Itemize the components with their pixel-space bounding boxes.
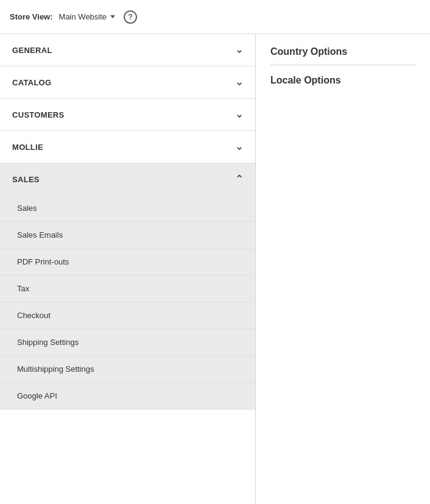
- sidebar-section-label-general: GENERAL: [12, 46, 52, 55]
- sidebar-subitems-sales: Sales Sales Emails PDF Print-outs Tax Ch…: [0, 195, 255, 409]
- sidebar-section-label-customers: CUSTOMERS: [12, 110, 65, 119]
- sidebar-section-general: GENERAL ⌄: [0, 34, 255, 66]
- country-options-title: Country Options: [270, 46, 415, 57]
- sidebar-section-header-catalog[interactable]: CATALOG ⌄: [0, 66, 255, 98]
- content-divider-1: [270, 65, 415, 65]
- chevron-down-icon: [110, 15, 115, 18]
- store-view-bar: Store View: Main Website ?: [0, 0, 430, 34]
- sidebar-item-sales-emails[interactable]: Sales Emails: [0, 222, 255, 249]
- sidebar-section-catalog: CATALOG ⌄: [0, 66, 255, 99]
- main-layout: GENERAL ⌄ CATALOG ⌄ CUSTOMERS ⌄ MOLLIE ⌄: [0, 34, 430, 504]
- sidebar-item-checkout[interactable]: Checkout: [0, 302, 255, 329]
- sidebar-section-label-catalog: CATALOG: [12, 78, 51, 87]
- sidebar-item-tax[interactable]: Tax: [0, 275, 255, 302]
- sidebar-section-label-mollie: MOLLIE: [12, 143, 43, 152]
- content-area: Country Options Locale Options: [256, 34, 430, 504]
- sidebar-section-header-general[interactable]: GENERAL ⌄: [0, 34, 255, 66]
- sidebar-section-mollie: MOLLIE ⌄: [0, 131, 255, 163]
- sidebar-section-customers: CUSTOMERS ⌄: [0, 99, 255, 131]
- sidebar-item-sales[interactable]: Sales: [0, 195, 255, 222]
- chevron-up-icon: ⌃: [235, 174, 243, 184]
- help-icon[interactable]: ?: [124, 10, 137, 24]
- sidebar-section-sales: SALES ⌃ Sales Sales Emails PDF Print-out…: [0, 163, 255, 410]
- chevron-down-icon: ⌄: [235, 110, 243, 119]
- sidebar-item-google-api[interactable]: Google API: [0, 383, 255, 409]
- store-view-value: Main Website: [59, 12, 107, 21]
- sidebar-item-multishipping-settings[interactable]: Multishipping Settings: [0, 356, 255, 383]
- sidebar-section-header-sales[interactable]: SALES ⌃: [0, 163, 255, 195]
- chevron-down-icon: ⌄: [235, 45, 243, 55]
- sidebar-section-header-customers[interactable]: CUSTOMERS ⌄: [0, 99, 255, 130]
- locale-options-title: Locale Options: [270, 75, 415, 86]
- sidebar-item-shipping-settings[interactable]: Shipping Settings: [0, 329, 255, 356]
- sidebar-section-label-sales: SALES: [12, 175, 40, 184]
- sidebar: GENERAL ⌄ CATALOG ⌄ CUSTOMERS ⌄ MOLLIE ⌄: [0, 34, 256, 504]
- store-view-label: Store View:: [10, 12, 53, 21]
- chevron-down-icon: ⌄: [235, 142, 243, 152]
- sidebar-section-header-mollie[interactable]: MOLLIE ⌄: [0, 131, 255, 163]
- chevron-down-icon: ⌄: [235, 77, 243, 87]
- store-view-select[interactable]: Main Website: [59, 12, 116, 21]
- sidebar-item-pdf-printouts[interactable]: PDF Print-outs: [0, 249, 255, 275]
